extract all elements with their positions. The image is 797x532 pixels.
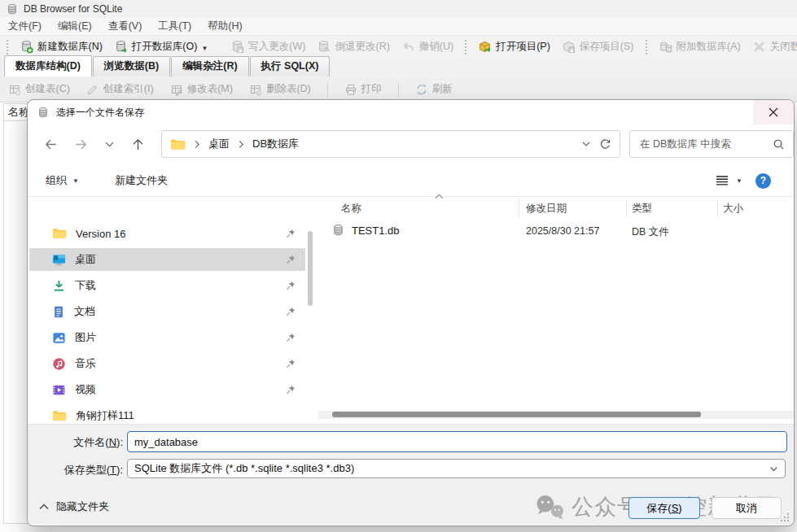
filename-input[interactable] [127,431,787,452]
file-list-hscrollbar-thumb[interactable] [332,412,701,417]
hide-folders-button[interactable]: 隐藏文件夹 [39,499,109,514]
sidebar-item-downloads[interactable]: 下载 [29,274,305,297]
savetype-select[interactable]: SQLite 数据库文件 (*.db *.sqlite *.sqlite3 *.… [127,459,786,478]
menu-file[interactable]: 文件(F) [8,20,42,33]
dialog-close-button[interactable] [753,100,794,124]
sidebar-item-label: 图片 [75,330,96,345]
tabbar: 数据库结构(D) 浏览数据(B) 编辑杂注(R) 执行 SQL(X) [0,58,797,76]
recent-locations-chevron-icon[interactable] [104,139,115,150]
close-icon [769,107,778,117]
button-label: 创建表(C) [25,82,70,96]
sort-ascending-icon[interactable] [435,194,444,199]
toolbar-grip [646,40,647,55]
open-database-icon [114,40,128,54]
column-header-name[interactable]: 名称 [341,202,361,216]
delete-table-button[interactable]: 删除表(D) [249,82,311,96]
pin-icon [286,307,296,316]
new-database-icon [20,40,33,54]
tab-database-structure[interactable]: 数据库结构(D) [4,55,92,76]
button-label: 创建索引(I) [103,82,154,96]
organize-caret-icon: ▼ [72,177,79,185]
attach-database-icon [659,40,672,54]
tab-execute-sql[interactable]: 执行 SQL(X) [250,56,331,76]
close-database-button[interactable]: 关闭数据库 [752,40,797,54]
write-changes-button[interactable]: 写入更改(W) [230,40,305,54]
print-icon [344,83,357,96]
modify-table-button[interactable]: 修改表(M) [170,82,233,96]
sidebar-item-pictures[interactable]: 图片 [29,326,305,349]
search-box[interactable] [629,130,794,158]
address-dropdown-chevron-icon[interactable] [581,139,591,149]
column-divider[interactable] [519,198,519,217]
document-icon [52,305,65,319]
column-header-modified[interactable]: 修改日期 [526,202,567,216]
pin-icon [286,359,296,368]
create-table-button[interactable]: 创建表(C) [8,82,70,96]
button-label: 打印 [361,82,382,96]
create-index-icon [86,83,99,96]
search-icon[interactable] [773,138,785,150]
sidebar-scrollbar[interactable] [308,231,313,306]
tab-edit-pragmas[interactable]: 编辑杂注(R) [171,56,248,76]
sidebar-item-videos[interactable]: 视频 [29,378,305,401]
column-header-size[interactable]: 大小 [723,202,743,216]
menu-help[interactable]: 帮助(H) [208,20,242,33]
search-input[interactable] [638,137,773,150]
undo-icon [401,40,415,54]
open-project-button[interactable]: 打开项目(P) [478,40,550,54]
toolbar-separator [327,82,328,97]
sidebar-item-label: 文档 [74,304,95,319]
undo-button[interactable]: 撤销(U) [401,40,453,54]
view-mode-button[interactable]: ▼ [716,175,742,186]
list-view-icon [716,175,729,186]
save-button[interactable]: 保存(S) [628,497,700,519]
sidebar-item-label: 下载 [75,278,96,293]
sidebar-item-label: Version 16 [76,228,125,240]
organize-button[interactable]: 组织 ▼ [46,173,79,188]
toolbar-grip [465,40,466,55]
open-database-dropdown-caret[interactable]: ▼ [201,45,208,52]
organize-label: 组织 [46,173,67,188]
print-button[interactable]: 打印 [344,82,382,96]
sidebar-item-version16[interactable]: Version 16 [29,222,305,245]
file-name: TEST1.db [352,225,400,237]
breadcrumb-db-folder[interactable]: DB数据库 [252,137,299,151]
sidebar-item-documents[interactable]: 文档 [29,300,305,323]
menu-view[interactable]: 查看(V) [108,20,142,33]
new-folder-button[interactable]: 新建文件夹 [115,173,168,188]
db-file-icon [332,224,344,236]
revert-changes-button[interactable]: 倒退更改(R) [317,40,389,54]
new-database-button[interactable]: 新建数据库(N) [20,40,103,54]
toolbar-separator [398,82,399,97]
column-divider[interactable] [717,198,718,217]
back-icon[interactable] [44,137,58,151]
dialog-title: 选择一个文件名保存 [56,106,144,120]
column-divider[interactable] [626,198,627,217]
up-icon[interactable] [131,137,145,151]
sidebar-item-desktop[interactable]: 桌面 [29,248,305,271]
save-project-button[interactable]: 保存项目(S) [562,40,634,54]
menu-tools[interactable]: 工具(T) [158,20,191,33]
address-bar[interactable]: 桌面 DB数据库 [161,130,620,158]
cancel-button[interactable]: 取消 [712,497,782,519]
chevron-right-icon [194,140,200,149]
sidebar-item-music[interactable]: 音乐 [29,352,305,375]
breadcrumb-desktop[interactable]: 桌面 [208,137,230,151]
column-header-type[interactable]: 类型 [632,202,652,216]
tab-browse-data[interactable]: 浏览数据(B) [93,56,170,76]
refresh-address-icon[interactable] [599,138,611,150]
help-icon[interactable]: ? [755,173,771,189]
button-label: 刷新 [432,82,453,96]
open-database-button[interactable]: 打开数据库(O) ▼ [114,40,208,54]
refresh-button[interactable]: 刷新 [415,82,453,96]
button-label: 打开数据库(O) [132,40,198,54]
button-label: 修改表(M) [187,82,233,96]
app-window: DB Browser for SQLite 文件(F) 编辑(E) 查看(V) … [0,0,797,532]
resize-grip-icon[interactable] [781,512,790,521]
forward-icon[interactable] [74,137,88,151]
attach-database-button[interactable]: 附加数据库(A) [659,40,741,54]
sidebar-item-label: 桌面 [75,252,96,267]
dialog-body: Version 16 桌面 下载 文档 图片 [28,197,794,424]
create-index-button[interactable]: 创建索引(I) [86,82,154,96]
menu-edit[interactable]: 编辑(E) [58,20,92,33]
